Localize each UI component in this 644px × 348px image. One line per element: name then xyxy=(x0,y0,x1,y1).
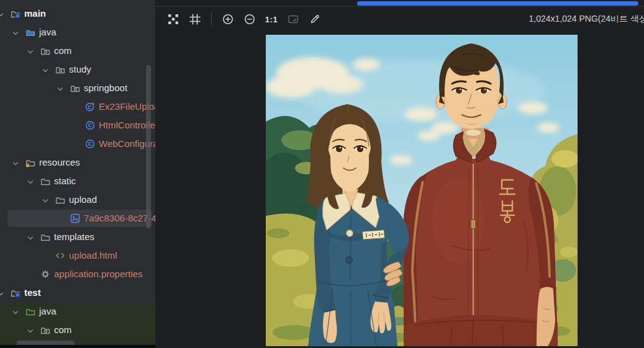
edit-externally-icon xyxy=(309,13,321,25)
project-tree-panel: mainjavacomstudyspringbootCEx23FileUploa… xyxy=(0,0,155,348)
tree-item-7a9c8306-8c27-4[interactable]: 7a9c8306-8c27-4 xyxy=(0,209,155,228)
package-icon xyxy=(40,325,50,335)
tree-item-static[interactable]: static xyxy=(0,172,155,190)
tree-item-com[interactable]: com xyxy=(0,42,155,60)
package-icon xyxy=(70,83,80,93)
tree-item-HtmlControlle[interactable]: CHtmlControlle xyxy=(0,116,155,135)
package-icon xyxy=(40,46,50,56)
tree-item-label: resources xyxy=(39,153,80,172)
class-icon: C xyxy=(85,139,95,149)
image-viewer-toolbar: 1:1 xyxy=(155,7,323,32)
toolbar-chessboard-button[interactable] xyxy=(165,11,181,27)
chevron-down-icon[interactable] xyxy=(12,159,19,166)
tree-item-label: application.properties xyxy=(54,265,143,283)
chevron-down-icon[interactable] xyxy=(57,84,64,92)
tree-item-com[interactable]: com xyxy=(0,321,155,339)
folder-icon xyxy=(55,195,65,205)
tree-item-test[interactable]: test xyxy=(0,283,155,302)
fit-to-window-icon xyxy=(287,13,299,25)
window-bottom-edge xyxy=(0,345,155,348)
toolbar-zoom-out-button[interactable] xyxy=(242,11,258,27)
tree-item-label: test xyxy=(24,283,41,302)
tree-item-label: java xyxy=(39,302,57,321)
project-tree: mainjavacomstudyspringbootCEx23FileUploa… xyxy=(0,4,155,348)
folder-blue-icon xyxy=(25,27,35,37)
tree-item-Ex23FileUploa[interactable]: CEx23FileUploa xyxy=(0,97,155,116)
tree-item-springboot[interactable]: springboot xyxy=(0,79,155,97)
tree-item-label: upload.html xyxy=(69,246,117,265)
module-folder-icon xyxy=(11,9,20,19)
tree-item-resources[interactable]: resources xyxy=(0,153,155,172)
folder-green-icon xyxy=(25,306,35,316)
tree-item-java[interactable]: java xyxy=(0,23,155,42)
image-canvas xyxy=(266,35,578,346)
chevron-down-icon[interactable] xyxy=(12,308,19,315)
tree-item-label: static xyxy=(54,172,76,190)
class-run-icon: C xyxy=(85,102,95,112)
zoom-in-icon xyxy=(222,13,234,25)
toolbar-grid-button[interactable] xyxy=(187,11,203,27)
tree-item-upload[interactable]: upload xyxy=(0,190,155,209)
tree-item-java[interactable]: java xyxy=(0,302,155,321)
grid-icon xyxy=(189,13,201,25)
tree-item-label: study xyxy=(69,60,91,79)
uploaded-image-preview xyxy=(266,35,578,346)
name-tag xyxy=(363,230,385,239)
image-info-text: 1,024x1,024 PNG(24비트 색상 xyxy=(529,14,644,25)
folder-icon xyxy=(40,232,50,242)
tree-item-label: upload xyxy=(69,190,97,209)
tree-item-upload.html[interactable]: upload.html xyxy=(0,246,155,265)
tree-item-application.properties[interactable]: application.properties xyxy=(0,265,155,283)
tree-item-templates[interactable]: templates xyxy=(0,228,155,246)
folder-icon xyxy=(40,176,50,186)
image-file-icon xyxy=(70,213,80,223)
tree-scrollbar[interactable] xyxy=(146,65,151,228)
actual-size-label: 1:1 xyxy=(265,15,278,24)
resources-icon xyxy=(25,158,35,167)
tree-item-label: main xyxy=(24,4,46,23)
chevron-down-icon[interactable] xyxy=(27,47,34,55)
svg-text:C: C xyxy=(88,141,93,147)
toolbar-zoom-in-button[interactable] xyxy=(220,11,236,27)
toolbar-fit-to-window-button[interactable] xyxy=(285,11,301,27)
progress-bar xyxy=(357,1,638,6)
chevron-down-icon[interactable] xyxy=(27,233,34,241)
zoom-out-icon xyxy=(243,13,256,25)
toolbar-actual-size-button[interactable]: 1:1 xyxy=(263,11,279,27)
class-icon: C xyxy=(85,120,95,130)
chevron-down-icon[interactable] xyxy=(27,177,34,185)
chevron-down-icon[interactable] xyxy=(12,29,19,36)
tree-item-label: java xyxy=(39,23,57,42)
chevron-down-icon[interactable] xyxy=(42,196,49,203)
chessboard-icon xyxy=(167,13,179,25)
package-icon xyxy=(55,65,65,74)
tree-item-label: springboot xyxy=(84,79,127,97)
app-window: mainjavacomstudyspringbootCEx23FileUploa… xyxy=(0,0,644,348)
toolbar-separator xyxy=(211,12,212,26)
chevron-down-icon[interactable] xyxy=(0,289,4,297)
gear-icon xyxy=(40,269,50,279)
tree-item-main[interactable]: main xyxy=(0,4,155,23)
tree-item-label: templates xyxy=(54,228,94,246)
tree-item-label: com xyxy=(54,42,71,60)
html-file-icon xyxy=(55,251,65,261)
module-folder-icon xyxy=(11,288,20,298)
tree-item-WebConfigura[interactable]: CWebConfigura xyxy=(0,135,155,153)
tree-item-label: com xyxy=(54,321,71,339)
tree-item-label: 7a9c8306-8c27-4 xyxy=(84,209,155,228)
svg-text:C: C xyxy=(88,122,93,128)
toolbar-edit-externally-button[interactable] xyxy=(307,11,323,27)
chevron-down-icon[interactable] xyxy=(0,10,4,17)
chevron-down-icon[interactable] xyxy=(27,326,34,334)
tree-item-study[interactable]: study xyxy=(0,60,155,79)
chevron-down-icon[interactable] xyxy=(42,66,49,73)
image-editor: 1:1 1,024x1,024 PNG(24비트 색상 xyxy=(155,0,644,348)
svg-text:C: C xyxy=(88,104,92,110)
